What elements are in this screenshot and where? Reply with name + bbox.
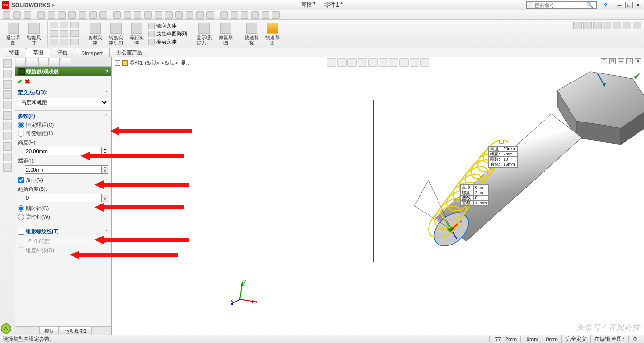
repair-sketch-button[interactable]: 修复草图 bbox=[215, 21, 236, 47]
ribbon-right-icon[interactable] bbox=[633, 22, 641, 29]
qa2-icon[interactable] bbox=[220, 11, 228, 19]
rect-tool[interactable] bbox=[60, 22, 68, 28]
variable-pitch-radio[interactable] bbox=[18, 131, 24, 137]
circle-tool[interactable] bbox=[50, 30, 58, 37]
constant-pitch-radio[interactable] bbox=[18, 122, 24, 128]
trim-button[interactable]: 剪裁实体 bbox=[85, 21, 106, 47]
property-manager-tab[interactable] bbox=[27, 58, 37, 66]
left-tool-icon[interactable] bbox=[3, 122, 12, 130]
spin-up-icon[interactable]: ▲ bbox=[101, 166, 108, 170]
left-tool-icon[interactable] bbox=[3, 70, 12, 78]
ribbon-right-icon[interactable] bbox=[583, 22, 592, 29]
qa2-icon[interactable] bbox=[186, 11, 193, 19]
vp-icon[interactable]: ⊡ bbox=[609, 58, 616, 64]
spin-up-icon[interactable]: ▲ bbox=[101, 194, 108, 198]
left-tool-icon[interactable] bbox=[3, 90, 12, 99]
tab-sketch[interactable]: 草图 bbox=[26, 48, 50, 57]
collapse-icon[interactable]: ⌃ bbox=[105, 229, 108, 234]
left-tool-icon[interactable] bbox=[3, 132, 12, 140]
qa2-icon[interactable] bbox=[231, 11, 238, 19]
zoom-area-icon[interactable] bbox=[337, 58, 347, 67]
tab-evaluate[interactable]: 评估 bbox=[50, 48, 74, 57]
spin-down-icon[interactable]: ▼ bbox=[101, 198, 108, 202]
tab-office-products[interactable]: 办公室产品 bbox=[109, 48, 149, 57]
cancel-button[interactable]: ✖ bbox=[25, 78, 30, 85]
qa2-icon[interactable] bbox=[58, 11, 66, 19]
left-tool-icon[interactable] bbox=[3, 153, 12, 161]
motion-study-tab[interactable]: 运动算例1 bbox=[60, 327, 92, 334]
left-tool-icon[interactable] bbox=[3, 142, 12, 151]
ok-button[interactable]: ✔ bbox=[17, 78, 23, 85]
pitch-input[interactable]: ▲▼ bbox=[25, 165, 108, 174]
qa-new-icon[interactable] bbox=[60, 2, 66, 8]
section-view-icon[interactable] bbox=[358, 58, 367, 67]
quick-snap-button[interactable]: 快速捕捉 bbox=[241, 21, 262, 47]
offset-entities-button[interactable]: 等距实体 bbox=[126, 21, 147, 47]
part-name[interactable]: 零件1 bbox=[130, 59, 143, 66]
clockwise-radio[interactable] bbox=[18, 205, 24, 212]
status-icon[interactable]: ⚙ bbox=[628, 336, 641, 342]
reverse-checkbox[interactable] bbox=[18, 177, 24, 183]
qa2-icon[interactable] bbox=[79, 11, 86, 19]
slot-tool[interactable] bbox=[70, 22, 79, 28]
left-tool-icon[interactable] bbox=[3, 111, 12, 120]
mirror-entities-button[interactable]: 镜向实体 bbox=[148, 22, 187, 29]
dimxpert-manager-tab[interactable] bbox=[50, 58, 60, 66]
smart-dimension-button[interactable]: 智能尺寸 bbox=[24, 21, 44, 47]
close-button[interactable]: ✕ bbox=[635, 2, 642, 8]
ribbon-right-icon[interactable] bbox=[603, 22, 611, 29]
qa-select-icon[interactable] bbox=[111, 2, 117, 8]
exit-sketch-button[interactable]: 退出草图 bbox=[3, 21, 24, 47]
ribbon-right-icon[interactable] bbox=[573, 22, 582, 29]
qa2-icon[interactable] bbox=[48, 11, 55, 19]
search-go-icon[interactable]: 🔍 bbox=[585, 2, 594, 8]
qa-undo-icon[interactable] bbox=[94, 2, 100, 8]
command-search[interactable]: 🔍 bbox=[526, 1, 597, 9]
qa2-icon[interactable] bbox=[68, 11, 76, 19]
vp-maximize-icon[interactable]: □ bbox=[626, 58, 633, 64]
qa2-icon[interactable] bbox=[272, 11, 280, 19]
start-angle-input[interactable]: ▲▼ bbox=[25, 194, 108, 202]
ribbon-right-icon[interactable] bbox=[613, 22, 621, 29]
qa2-icon[interactable] bbox=[13, 11, 21, 19]
left-tool-icon[interactable] bbox=[3, 59, 12, 68]
brand-dropdown-icon[interactable]: ▸ bbox=[52, 2, 55, 8]
help-icon[interactable]: ? bbox=[604, 2, 607, 8]
move-entities-button[interactable]: 移动实体 bbox=[148, 38, 187, 45]
qa2-icon[interactable] bbox=[37, 11, 45, 19]
convert-entities-button[interactable]: 转换实体引用 bbox=[106, 21, 126, 47]
qa2-icon[interactable] bbox=[165, 11, 173, 19]
qa-rebuild-icon[interactable] bbox=[119, 2, 126, 8]
line-tool[interactable] bbox=[50, 22, 58, 28]
expand-icon[interactable]: + bbox=[115, 60, 120, 66]
qa-options-icon[interactable] bbox=[128, 2, 134, 8]
left-tool-icon[interactable] bbox=[3, 163, 12, 172]
qa2-icon[interactable] bbox=[241, 11, 248, 19]
qa2-icon[interactable] bbox=[175, 11, 183, 19]
prev-view-icon[interactable] bbox=[347, 58, 357, 67]
spline-tool[interactable] bbox=[70, 30, 79, 37]
vp-close-icon[interactable]: ✕ bbox=[635, 58, 641, 64]
minimize-button[interactable]: — bbox=[616, 2, 623, 8]
fillet-tool[interactable] bbox=[60, 39, 68, 45]
text-tool[interactable] bbox=[70, 39, 79, 45]
qa2-icon[interactable] bbox=[24, 11, 31, 19]
qa2-icon[interactable] bbox=[3, 11, 10, 19]
qa2-icon[interactable] bbox=[144, 11, 152, 19]
qa-open-icon[interactable] bbox=[68, 2, 75, 8]
taper-checkbox[interactable] bbox=[18, 229, 24, 235]
qa2-icon[interactable] bbox=[262, 11, 269, 19]
orientation-triad[interactable]: x y z bbox=[231, 278, 259, 306]
collapse-icon[interactable]: ⌃ bbox=[105, 90, 108, 95]
feature-tree-tab[interactable] bbox=[16, 58, 26, 66]
collapse-icon[interactable]: ⌃ bbox=[105, 114, 108, 119]
qa2-icon[interactable] bbox=[155, 11, 162, 19]
vp-icon[interactable]: ⊞ bbox=[601, 58, 607, 64]
qa2-icon[interactable] bbox=[134, 11, 141, 19]
qa-print-icon[interactable] bbox=[85, 2, 92, 8]
graphics-viewport[interactable]: + 零件1 (默认< <默认>_显… ⊞ ⊡ — □ ✕ ✔ ✖ bbox=[112, 57, 644, 335]
spin-down-icon[interactable]: ▼ bbox=[101, 170, 108, 173]
show-delete-relations-button[interactable]: 显示/删除几… bbox=[193, 21, 215, 47]
ribbon-right-icon[interactable] bbox=[623, 22, 631, 29]
display-manager-tab[interactable] bbox=[61, 58, 71, 66]
